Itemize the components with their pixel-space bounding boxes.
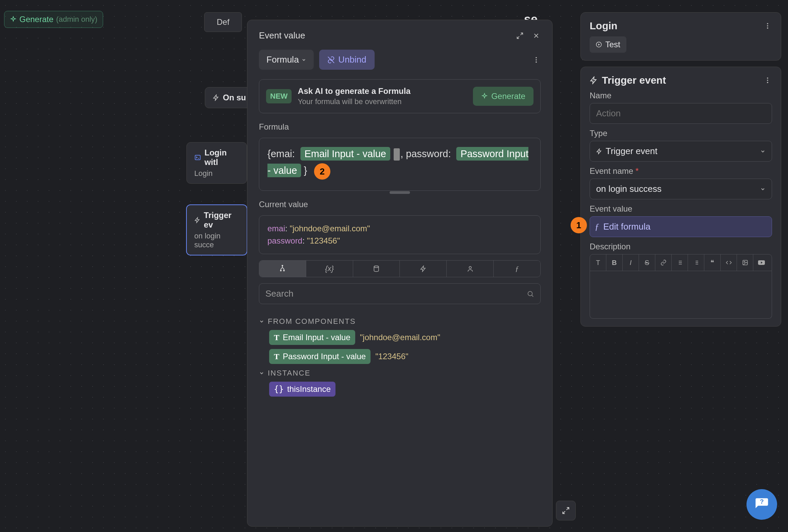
modal-toolbar: Formula Unbind [259, 50, 541, 70]
text-type-icon: T [274, 333, 279, 342]
modal-title: Event value [259, 30, 305, 41]
help-fab[interactable]: ? [746, 489, 777, 520]
type-select[interactable]: Trigger event [590, 141, 772, 162]
formula-label: Formula [259, 122, 541, 132]
search-input[interactable]: Search [259, 283, 541, 304]
generate-ai-button[interactable]: Generate [473, 87, 533, 106]
tree-header-instance[interactable]: INSTANCE [259, 369, 541, 378]
trigger-event-node[interactable]: Trigger ev on login succe [186, 205, 247, 255]
generate-admin-note: (admin only) [56, 15, 97, 24]
play-icon [596, 41, 602, 48]
rte-code[interactable] [721, 254, 737, 271]
chevron-down-icon [760, 186, 766, 192]
description-editor[interactable] [590, 271, 772, 319]
function-icon: ƒ [595, 222, 599, 232]
svg-point-1 [536, 57, 537, 58]
tree-header-components[interactable]: FROM COMPONENTS [259, 317, 541, 326]
formula-editor[interactable]: {emai: Email Input - value , password: P… [259, 138, 541, 191]
panel-trigger-title: Trigger event [602, 74, 666, 86]
database-icon [373, 265, 380, 272]
login-panel: Login Test [580, 12, 781, 61]
svg-text:?: ? [760, 498, 764, 505]
rte-strike[interactable]: S [639, 254, 655, 271]
bolt-icon [194, 217, 200, 223]
svg-point-2 [536, 59, 537, 61]
step-marker-2: 2 [314, 163, 330, 180]
name-label: Name [590, 91, 772, 100]
ai-subtitle: Your formula will be overwritten [298, 97, 410, 106]
on-success-node[interactable]: On su [205, 87, 254, 108]
cat-tab-components[interactable] [259, 261, 306, 277]
terminal-icon [194, 154, 201, 161]
panel-login-title: Login [590, 20, 618, 32]
svg-point-15 [767, 80, 768, 81]
cat-tab-user[interactable] [447, 261, 494, 277]
tree-icon [279, 265, 286, 272]
test-button[interactable]: Test [590, 36, 626, 53]
description-label: Description [590, 242, 772, 251]
rte-quote[interactable]: ❝ [704, 254, 721, 271]
type-label: Type [590, 129, 772, 138]
resize-handle[interactable] [390, 191, 410, 194]
cat-tab-functions[interactable]: ƒ [494, 261, 540, 277]
formula-dropdown[interactable]: Formula [259, 50, 314, 70]
rte-italic[interactable]: I [623, 254, 639, 271]
more-icon[interactable] [532, 55, 541, 64]
rte-image[interactable] [737, 254, 753, 271]
svg-point-7 [374, 266, 378, 268]
tree-item-password-input[interactable]: TPassword Input - value "123456" [259, 349, 541, 364]
chevron-down-icon [301, 57, 306, 62]
event-name-select[interactable]: on login success [590, 179, 772, 199]
rte-toolbar: T B I S ❝ [590, 254, 772, 271]
bolt-icon [596, 148, 602, 154]
ai-title: Ask AI to generate a Formula [298, 86, 410, 96]
svg-point-10 [767, 23, 768, 24]
sparkle-icon [10, 16, 17, 23]
rte-video[interactable] [753, 254, 770, 271]
rte-bold[interactable]: B [606, 254, 623, 271]
rte-list-ol[interactable] [688, 254, 704, 271]
generate-label: Generate [19, 15, 53, 24]
svg-point-9 [528, 291, 532, 296]
bolt-icon [420, 265, 427, 272]
rte-list-ul[interactable] [672, 254, 688, 271]
current-value-box: emai: "johndoe@email.com" password: "123… [259, 215, 541, 254]
tree-item-email-input[interactable]: TEmail Input - value "johndoe@email.com" [259, 330, 541, 345]
user-icon [467, 265, 474, 272]
category-tabs: {x} ƒ [259, 260, 541, 277]
svg-point-12 [767, 28, 768, 29]
login-node[interactable]: Login witl Login [186, 142, 247, 184]
svg-point-8 [469, 266, 471, 269]
email-token[interactable]: Email Input - value [300, 147, 390, 161]
ai-banner: NEW Ask AI to generate a Formula Your fo… [259, 79, 541, 113]
edit-formula-button[interactable]: ƒ Edit formula [590, 216, 772, 237]
svg-point-11 [767, 25, 768, 27]
object-type-icon: {} [274, 384, 284, 394]
cursor [394, 148, 400, 161]
cat-tab-actions[interactable] [400, 261, 447, 277]
generate-admin-badge[interactable]: Generate (admin only) [4, 11, 103, 28]
name-input[interactable]: Action [590, 103, 772, 124]
variable-icon: {x} [325, 264, 334, 273]
svg-point-4 [282, 265, 283, 266]
event-value-label: Event value [590, 204, 772, 214]
cat-tab-data[interactable] [353, 261, 400, 277]
rte-text-style[interactable]: T [590, 254, 606, 271]
trigger-event-panel: Trigger event Name Action Type Trigger e… [580, 67, 781, 327]
unbind-button[interactable]: Unbind [319, 50, 374, 70]
rte-link[interactable] [655, 254, 672, 271]
more-icon[interactable] [763, 21, 772, 30]
svg-point-5 [280, 270, 281, 271]
close-icon[interactable] [532, 31, 541, 40]
event-value-modal: Event value Formula Unbind NEW Ask AI to… [247, 20, 553, 527]
expand-panel-button[interactable] [556, 501, 576, 520]
text-type-icon: T [274, 352, 279, 361]
tree-item-this-instance[interactable]: {}thisInstance [259, 382, 541, 397]
step-marker-1: 1 [571, 217, 587, 233]
tab-default[interactable]: Def [204, 12, 242, 32]
cat-tab-variables[interactable]: {x} [306, 261, 353, 277]
unlink-icon [327, 56, 335, 64]
expand-icon[interactable] [515, 31, 524, 40]
more-icon[interactable] [763, 76, 772, 85]
tree-section: FROM COMPONENTS TEmail Input - value "jo… [259, 312, 541, 397]
